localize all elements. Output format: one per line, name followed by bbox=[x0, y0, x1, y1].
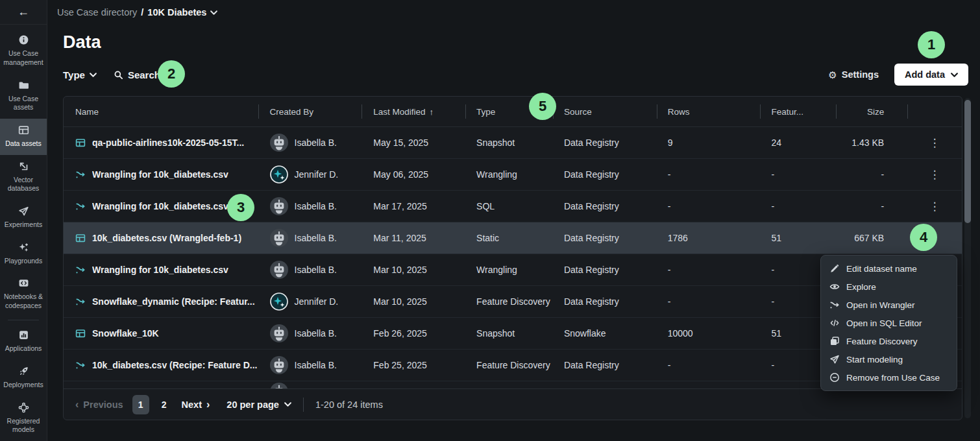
previous-page-button[interactable]: ‹ Previous bbox=[75, 399, 123, 410]
column-header-actions bbox=[907, 97, 962, 126]
column-label: Created By bbox=[270, 107, 314, 117]
source-cell: Data Registry bbox=[553, 201, 657, 211]
created-by-cell: Jennifer D. bbox=[258, 165, 362, 184]
sidebar-item-applications[interactable]: Applications bbox=[0, 324, 47, 360]
sparkle-avatar bbox=[270, 292, 288, 311]
dataset-name: Wrangling for 10k_diabetes.csv bbox=[92, 265, 228, 275]
pagination: ‹ Previous 12 Next › 20 per page 1-20 of… bbox=[64, 388, 962, 420]
dataset-context-menu: Edit dataset nameExploreOpen in Wrangler… bbox=[820, 255, 957, 391]
creator-name: Isabella B. bbox=[295, 201, 337, 211]
rows-cell: - bbox=[657, 201, 761, 211]
back-button[interactable]: ← bbox=[0, 0, 47, 25]
column-label: Size bbox=[867, 107, 884, 117]
page-button-1[interactable]: 1 bbox=[132, 395, 149, 414]
creator-name: Isabella B. bbox=[295, 328, 337, 339]
table-row[interactable]: Wrangling for 10k_diabetes.csvIsabella B… bbox=[64, 191, 962, 222]
settings-button[interactable]: ⚙ Settings bbox=[828, 69, 879, 80]
sidebar-item-deployments[interactable]: Deployments bbox=[0, 360, 47, 396]
kebab-menu-icon[interactable]: ⋮ bbox=[924, 135, 946, 151]
wrangle-icon bbox=[75, 201, 86, 211]
sparkle-avatar bbox=[270, 165, 288, 184]
column-header-modified[interactable]: Last Modified↑ bbox=[361, 97, 465, 126]
chevron-down-icon[interactable] bbox=[210, 10, 217, 15]
robot-avatar bbox=[270, 383, 288, 388]
table-row[interactable]: 10k_diabetes.csv (Wrangled-feb-1)Isabell… bbox=[64, 222, 962, 254]
source-cell: Snowflake bbox=[553, 328, 657, 339]
page-button-2[interactable]: 2 bbox=[156, 395, 173, 414]
wrangle-icon bbox=[75, 360, 86, 370]
sidebar-item-label: Use Case management bbox=[2, 49, 45, 67]
creator-name: Isabella B. bbox=[295, 137, 337, 148]
menu-item-explore[interactable]: Explore bbox=[821, 278, 957, 296]
modified-cell: Mar 10, 2025 bbox=[361, 265, 465, 275]
table-row[interactable]: Wrangling for 10k_diabetes.csvJennifer D… bbox=[64, 159, 962, 191]
sidebar-item-registered-models[interactable]: Registered models bbox=[0, 396, 47, 441]
type-cell: Wrangling bbox=[465, 169, 553, 180]
rocket-icon bbox=[18, 366, 29, 377]
table-row[interactable]: qa-public-airlines10k-2025-05-15T...Isab… bbox=[64, 127, 962, 159]
type-cell: Snapshot bbox=[465, 328, 553, 339]
dataset-name: Snowflake_10K bbox=[92, 328, 159, 339]
step-badge-1: 1 bbox=[918, 31, 945, 58]
type-cell: Feature Discovery bbox=[465, 296, 553, 307]
robot-avatar bbox=[270, 261, 288, 279]
kebab-menu-icon[interactable]: ⋮ bbox=[924, 198, 946, 215]
chevron-down-icon bbox=[284, 402, 291, 407]
creator-name: Isabella B. bbox=[295, 265, 337, 275]
wrangle-icon bbox=[75, 265, 86, 275]
sidebar-item-use-case-management[interactable]: Use Case management bbox=[0, 29, 47, 73]
menu-item-edit-dataset-name[interactable]: Edit dataset name bbox=[821, 259, 957, 278]
sidebar-item-experiments[interactable]: Experiments bbox=[0, 200, 47, 236]
size-cell: - bbox=[836, 201, 907, 211]
breadcrumb-parent[interactable]: Use Case directory bbox=[57, 7, 137, 18]
menu-item-open-in-sql-editor[interactable]: Open in SQL Editor bbox=[821, 314, 957, 332]
breadcrumb: Use Case directory / 10K Diabetes bbox=[57, 7, 217, 18]
column-header-size[interactable]: Size bbox=[836, 97, 907, 126]
source-cell: Data Registry bbox=[553, 360, 657, 370]
modified-cell: Mar 11, 2025 bbox=[361, 233, 465, 243]
row-actions-cell: ⋮ bbox=[907, 135, 962, 151]
menu-item-feature-discovery[interactable]: Feature Discovery bbox=[821, 332, 957, 350]
menu-item-remove-from-use-case[interactable]: Remove from Use Case bbox=[821, 368, 957, 387]
page-size-dropdown[interactable]: 20 per page bbox=[227, 399, 291, 410]
column-header-name[interactable]: Name bbox=[64, 97, 258, 126]
menu-item-start-modeling[interactable]: Start modeling bbox=[821, 350, 957, 368]
search-button[interactable]: Search bbox=[114, 69, 160, 80]
sidebar-item-notebooks-codespaces[interactable]: Notebooks & codespaces bbox=[0, 272, 47, 316]
step-badge-5: 5 bbox=[529, 93, 556, 120]
sidebar-item-vector-databases[interactable]: Vector databases bbox=[0, 155, 47, 200]
items-summary: 1-20 of 24 items bbox=[315, 399, 383, 410]
menu-item-open-in-wrangler[interactable]: Open in Wrangler bbox=[821, 296, 957, 314]
step-badge-3: 3 bbox=[227, 194, 254, 221]
column-header-rows[interactable]: Rows bbox=[657, 97, 761, 126]
created-by-cell: Isabella B. bbox=[258, 261, 362, 279]
modified-cell: Mar 10, 2025 bbox=[361, 296, 465, 307]
breadcrumb-current[interactable]: 10K Diabetes bbox=[147, 7, 206, 18]
sidebar-item-use-case-assets[interactable]: Use Case assets bbox=[0, 74, 47, 119]
size-cell: - bbox=[836, 169, 907, 180]
row-actions-cell: ⋮ bbox=[907, 198, 962, 215]
wrangle-icon bbox=[829, 300, 840, 310]
column-header-source[interactable]: Source bbox=[553, 97, 657, 126]
dataset-icon bbox=[75, 137, 86, 148]
add-data-button[interactable]: Add data bbox=[894, 64, 968, 86]
next-page-button[interactable]: Next › bbox=[182, 399, 210, 410]
sidebar-item-label: Applications bbox=[5, 344, 42, 353]
kebab-menu-icon[interactable]: ⋮ bbox=[924, 167, 946, 183]
column-header-features[interactable]: Featur... bbox=[760, 97, 836, 126]
created-by-cell: Isabella B. bbox=[258, 356, 362, 374]
search-icon bbox=[114, 70, 123, 80]
rows-cell: 1786 bbox=[657, 233, 761, 243]
sidebar-item-data-assets[interactable]: Data assets bbox=[0, 119, 47, 155]
next-label: Next bbox=[182, 399, 202, 410]
sidebar-item-playgrounds[interactable]: Playgrounds bbox=[0, 236, 47, 272]
creator-name: Isabella B. bbox=[295, 360, 337, 370]
table-header: NameCreated ByLast Modified↑TypeSourceRo… bbox=[64, 97, 962, 127]
type-filter-dropdown[interactable]: Type bbox=[63, 69, 97, 80]
models-icon bbox=[18, 402, 29, 413]
size-cell: 667 KB bbox=[836, 233, 907, 243]
modified-cell: Feb 26, 2025 bbox=[361, 328, 465, 339]
app-window: ← Use Case managementUse Case assetsData… bbox=[0, 0, 980, 441]
column-header-created[interactable]: Created By bbox=[258, 97, 362, 126]
scrollbar-thumb[interactable] bbox=[964, 100, 971, 223]
